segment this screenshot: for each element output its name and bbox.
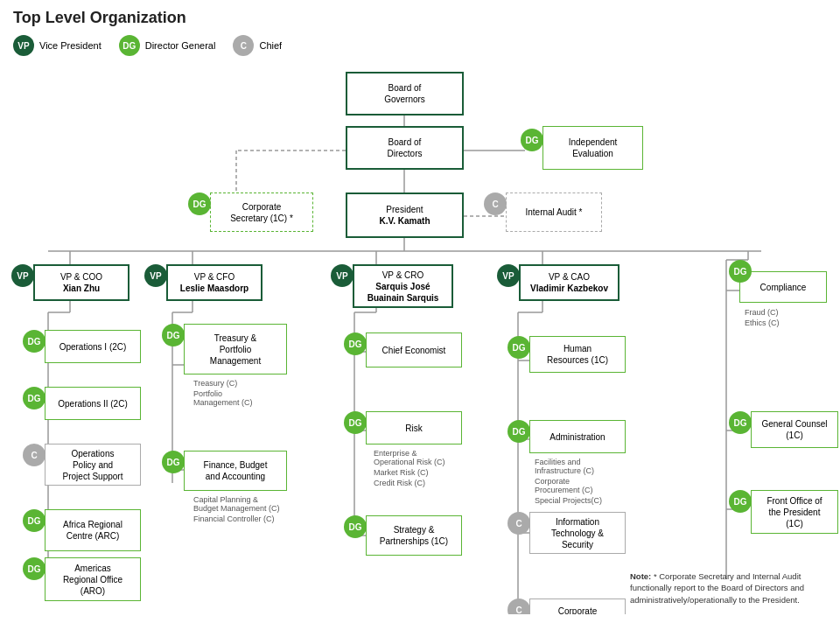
vp-label: Vice President	[39, 40, 102, 51]
finance-subs: Capital Planning &Budget Management (C) …	[191, 494, 283, 524]
treasury-badge: DG	[162, 324, 185, 346]
risk-badge: DG	[344, 411, 367, 434]
chief-econ-label: Chief Economist	[382, 345, 446, 356]
treasury-label: Treasury &PortfolioManagement	[210, 332, 261, 367]
risk-subs: Enterprise &Operational Risk (C) Market …	[371, 448, 448, 488]
africa-label: Africa RegionalCentre (ARC)	[63, 519, 122, 542]
box-vp-cao: VP & CAOVladimir Kazbekov	[519, 264, 620, 301]
legend-c: C Chief	[233, 35, 282, 56]
box-vp-cro: VP & CROSarquis JoséBuainain Sarquis	[353, 264, 453, 308]
vp-cfo-badge: VP	[144, 264, 167, 287]
vp-badge: VP	[13, 35, 34, 56]
box-compliance: Compliance	[739, 271, 827, 303]
admin-badge: DG	[508, 420, 530, 443]
box-admin: Administration	[529, 420, 626, 453]
corp-comms-badge: C	[508, 598, 530, 614]
box-chief-economist: Chief Economist	[366, 332, 462, 368]
note-box: Note: * Corporate Secretary and Internal…	[630, 570, 831, 606]
vp-cro-label: VP & CROSarquis JoséBuainain Sarquis	[368, 270, 439, 304]
note-label: Note:	[630, 571, 651, 581]
admin-subs: Facilities andInfrastructure (C) Corpora…	[532, 457, 605, 506]
note-text: * Corporate Secretary and Internal Audit…	[630, 571, 804, 605]
internal-audit-badge: C	[484, 192, 507, 215]
box-americas: AmericasRegional Office(ARO)	[45, 557, 141, 601]
admin-label: Administration	[550, 431, 605, 443]
strategy-badge: DG	[344, 515, 367, 538]
box-internal-audit: Internal Audit *	[506, 192, 602, 232]
box-board-directors: Board ofDirectors	[346, 126, 464, 170]
it-security-label: InformationTechnology &Security	[551, 516, 604, 550]
c-label: Chief	[259, 40, 282, 51]
fo-badge: DG	[729, 490, 752, 513]
gc-badge: DG	[729, 411, 752, 434]
fo-label: Front Office ofthe President(1C)	[766, 495, 822, 529]
right-col-badge: DG	[729, 260, 752, 283]
box-president: PresidentK.V. Kamath	[346, 192, 464, 238]
box-ops1: Operations I (2C)	[45, 330, 141, 363]
corp-comms-label: CorporateCommunications	[545, 606, 610, 614]
board-directors-label: Board ofDirectors	[387, 136, 422, 159]
box-vp-coo: VP & COOXian Zhu	[33, 264, 130, 301]
box-independent-eval: IndependentEvaluation	[542, 126, 643, 170]
box-it-security: InformationTechnology &Security	[529, 512, 626, 554]
risk-label: Risk	[405, 423, 422, 434]
hr-label: HumanResources (1C)	[547, 343, 608, 366]
box-ops-policy: OperationsPolicy andProject Support	[45, 444, 141, 486]
box-risk: Risk	[366, 411, 462, 444]
chief-econ-badge: DG	[344, 332, 367, 355]
treasury-c-text: Treasury (C) PortfolioManagement (C)	[191, 378, 256, 408]
vp-cao-label: VP & CAOVladimir Kazbekov	[530, 271, 608, 294]
ops1-label: Operations I (2C)	[60, 341, 127, 353]
box-hr: HumanResources (1C)	[529, 336, 626, 373]
vp-coo-badge: VP	[11, 264, 34, 287]
it-badge: C	[508, 512, 530, 535]
box-vp-cfo: VP & CFOLeslie Maasdorp	[166, 264, 262, 301]
corp-secretary-badge: DG	[188, 192, 211, 215]
president-label: PresidentK.V. Kamath	[380, 204, 430, 227]
corp-secretary-label: CorporateSecretary (1C) *	[230, 201, 293, 224]
box-ops2: Operations II (2C)	[45, 387, 141, 420]
vp-cfo-label: VP & CFOLeslie Maasdorp	[180, 271, 248, 294]
hr-badge: DG	[508, 336, 530, 359]
box-board-governors: Board ofGovernors	[346, 72, 464, 116]
box-general-counsel: General Counsel(1C)	[751, 411, 838, 448]
legend-vp: VP Vice President	[13, 35, 102, 56]
vp-cro-badge: VP	[331, 264, 354, 287]
box-front-office: Front Office ofthe President(1C)	[751, 490, 838, 534]
box-corp-secretary: CorporateSecretary (1C) *	[210, 192, 313, 232]
finance-label: Finance, Budgetand Accounting	[204, 459, 268, 482]
finance-badge: DG	[162, 451, 185, 473]
c-badge: C	[233, 35, 254, 56]
ops2-badge: DG	[23, 387, 46, 410]
internal-audit-label: Internal Audit *	[525, 206, 582, 218]
box-finance: Finance, Budgetand Accounting	[184, 451, 287, 491]
ops-policy-badge: C	[23, 444, 46, 466]
vp-coo-label: VP & COOXian Zhu	[60, 271, 102, 294]
board-governors-label: Board ofGovernors	[384, 82, 425, 105]
compliance-label: Compliance	[760, 282, 807, 293]
ops-policy-label: OperationsPolicy andProject Support	[63, 448, 123, 482]
legend: VP Vice President DG Director General C …	[0, 32, 840, 63]
americas-label: AmericasRegional Office(ARO)	[63, 563, 122, 597]
africa-badge: DG	[23, 509, 46, 532]
legend-dg: DG Director General	[119, 35, 216, 56]
box-corp-comms: CorporateCommunications	[529, 598, 626, 614]
dg-badge: DG	[119, 35, 140, 56]
ops1-badge: DG	[23, 330, 46, 353]
independent-eval-badge: DG	[521, 129, 543, 151]
page-title: Top Level Organization	[0, 0, 840, 32]
dg-label: Director General	[145, 40, 216, 51]
strategy-label: Strategy &Partnerships (1C)	[380, 524, 448, 547]
vp-cao-badge: VP	[497, 264, 520, 287]
americas-badge: DG	[23, 557, 46, 580]
org-chart: Board ofGovernors Board ofDirectors DG I…	[0, 63, 840, 614]
box-africa: Africa RegionalCentre (ARC)	[45, 509, 141, 551]
gc-label: General Counsel(1C)	[761, 418, 827, 441]
independent-eval-label: IndependentEvaluation	[569, 136, 618, 159]
compliance-subs: Fraud (C) Ethics (C)	[742, 307, 782, 328]
ops2-label: Operations II (2C)	[58, 398, 127, 410]
box-treasury: Treasury &PortfolioManagement	[184, 324, 287, 374]
box-strategy: Strategy &Partnerships (1C)	[366, 515, 462, 556]
